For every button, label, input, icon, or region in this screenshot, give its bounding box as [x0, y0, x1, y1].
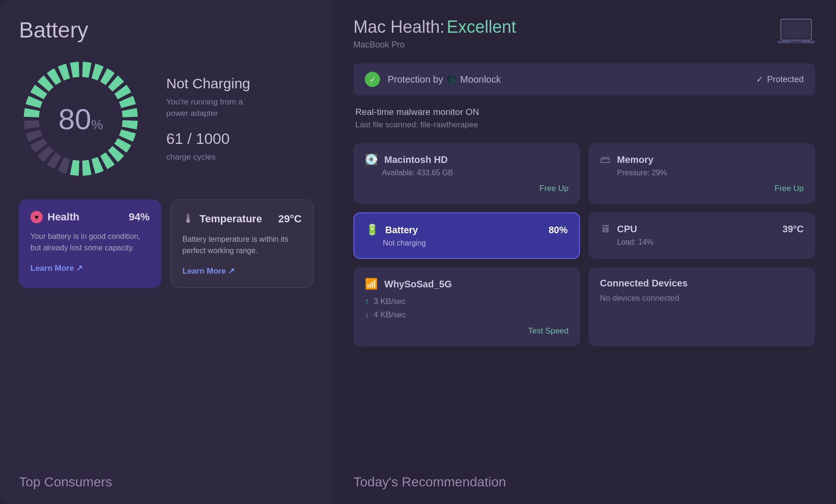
- protection-bar: ✓ Protection by 🌑 Moonlock ✓ Protected: [353, 63, 815, 95]
- protected-badge: ✓ Protected: [756, 74, 804, 85]
- battery-card-sub: Not charging: [383, 239, 568, 247]
- mac-title: Mac Health: Excellent: [353, 17, 516, 37]
- cpu-value: 39°C: [782, 224, 804, 235]
- heart-icon: ♥: [30, 211, 43, 223]
- last-scanned: Last file scanned: file-rawtherapee: [355, 120, 813, 130]
- laptop-icon: [777, 17, 815, 50]
- charge-info: Not Charging You're running from a power…: [166, 76, 261, 162]
- test-speed-button[interactable]: Test Speed: [365, 326, 569, 336]
- disk-card-header: 💽 Macintosh HD: [365, 153, 569, 166]
- health-card-title: Health: [48, 211, 79, 223]
- battery-card-value: 80%: [549, 225, 568, 236]
- charge-status: Not Charging: [166, 76, 261, 92]
- cpu-title: CPU: [617, 224, 776, 235]
- disk-free-up[interactable]: Free Up: [365, 184, 569, 193]
- wifi-devices-grid: 📶 WhySoSad_5G ↑ 3 KB/sec ↓ 4 KB/sec Test…: [353, 267, 815, 346]
- download-value: 4 KB/sec: [374, 310, 406, 320]
- battery-title: Battery: [19, 17, 314, 43]
- battery-icon: 🔋: [366, 224, 379, 236]
- battery-card-title: Battery: [385, 225, 542, 236]
- connected-devices-title: Connected Devices: [600, 278, 804, 289]
- wifi-name: WhySoSad_5G: [384, 279, 452, 290]
- memory-free-up[interactable]: Free Up: [600, 184, 804, 193]
- left-panel: Battery 80% Not Charging You're running …: [0, 0, 332, 504]
- disk-title: Macintosh HD: [384, 154, 569, 165]
- memory-card: 🗃 Memory Pressure: 29% Free Up: [589, 143, 815, 204]
- temp-card-title: Temperature: [200, 213, 262, 225]
- todays-recommendation: Today's Recommendation: [353, 475, 506, 490]
- battery-card-active[interactable]: 🔋 Battery 80% Not charging: [353, 212, 580, 259]
- cpu-card-header: 🖥 CPU 39°C: [600, 223, 804, 235]
- health-card-header: ♥ Health 94%: [30, 211, 150, 223]
- donut-area: 80% Not Charging You're running from a p…: [19, 57, 314, 181]
- memory-sub: Pressure: 29%: [617, 169, 804, 177]
- protection-label: Protection by 🌑 Moonlock: [388, 74, 749, 85]
- wifi-icon: 📶: [365, 278, 378, 290]
- charge-cycles: 61 / 1000: [166, 130, 261, 148]
- wifi-stats: ↑ 3 KB/sec ↓ 4 KB/sec: [365, 297, 569, 320]
- cpu-icon: 🖥: [600, 223, 610, 235]
- battery-percent: 80: [58, 103, 91, 135]
- wifi-card: 📶 WhySoSad_5G ↑ 3 KB/sec ↓ 4 KB/sec Test…: [353, 267, 580, 346]
- upload-value: 3 KB/sec: [374, 297, 406, 306]
- connected-devices-card: Connected Devices No devices connected: [589, 267, 815, 346]
- mac-subtitle: MacBook Pro: [353, 40, 516, 50]
- battery-cpu-grid: 🔋 Battery 80% Not charging 🖥 CPU 39°C Lo…: [353, 212, 815, 259]
- charge-subtitle: You're running from a power adapter: [166, 96, 261, 119]
- battery-donut: 80%: [19, 57, 142, 181]
- disk-icon: 💽: [365, 153, 378, 166]
- mac-title-block: Mac Health: Excellent MacBook Pro: [353, 17, 516, 50]
- temp-card-body: Battery temperature is within its perfec…: [182, 234, 302, 257]
- memory-title: Memory: [617, 154, 804, 165]
- health-title-row: ♥ Health: [30, 211, 79, 223]
- wifi-header: 📶 WhySoSad_5G: [365, 278, 569, 290]
- mac-title-text: Mac Health:: [353, 17, 445, 37]
- cards-row: ♥ Health 94% Your battery is in good con…: [19, 200, 314, 288]
- shield-icon: ✓: [365, 72, 380, 87]
- health-card-body: Your battery is in good condition, but a…: [30, 231, 150, 254]
- charge-cycles-label: charge cycles: [166, 152, 261, 162]
- download-icon: ↓: [365, 310, 369, 320]
- battery-percent-sign: %: [91, 117, 103, 132]
- mac-title-accent: Excellent: [447, 17, 516, 37]
- memory-icon: 🗃: [600, 153, 610, 166]
- memory-card-header: 🗃 Memory: [600, 153, 804, 166]
- wifi-upload: ↑ 3 KB/sec: [365, 297, 569, 306]
- donut-center: 80%: [58, 102, 103, 136]
- protected-label: Protected: [767, 75, 804, 85]
- disk-card: 💽 Macintosh HD Available: 433,65 GB Free…: [353, 143, 580, 204]
- right-panel: Mac Health: Excellent MacBook Pro ✓ Prot…: [332, 0, 836, 504]
- cpu-sub: Load: 14%: [617, 238, 804, 247]
- no-devices-status: No devices connected: [600, 294, 804, 303]
- mac-header: Mac Health: Excellent MacBook Pro: [353, 17, 815, 50]
- svg-rect-3: [790, 41, 802, 43]
- top-consumers-label: Top Consumers: [19, 475, 112, 490]
- temp-card-value: 29°C: [278, 213, 302, 225]
- svg-rect-1: [783, 21, 809, 38]
- check-icon: ✓: [756, 74, 763, 85]
- temp-card: 🌡 Temperature 29°C Battery temperature i…: [171, 200, 314, 288]
- cpu-card: 🖥 CPU 39°C Load: 14%: [589, 212, 815, 259]
- wifi-download: ↓ 4 KB/sec: [365, 310, 569, 320]
- disk-memory-grid: 💽 Macintosh HD Available: 433,65 GB Free…: [353, 143, 815, 204]
- laptop-svg: [777, 17, 815, 48]
- malware-status: Real-time malware monitor ON: [355, 107, 813, 117]
- upload-icon: ↑: [365, 297, 369, 306]
- health-card-value: 94%: [129, 211, 150, 223]
- health-card: ♥ Health 94% Your battery is in good con…: [19, 200, 161, 288]
- battery-card-header: 🔋 Battery 80%: [366, 224, 568, 236]
- temp-card-header: 🌡 Temperature 29°C: [182, 211, 302, 226]
- malware-info: Real-time malware monitor ON Last file s…: [353, 107, 815, 130]
- health-learn-more-link[interactable]: Learn More ↗: [30, 264, 83, 273]
- disk-sub: Available: 433,65 GB: [382, 169, 569, 177]
- temp-title-row: 🌡 Temperature: [182, 211, 262, 226]
- thermometer-icon: 🌡: [182, 211, 195, 226]
- moonlock-icon: 🌑: [446, 74, 460, 85]
- temp-learn-more-link[interactable]: Learn More ↗: [182, 266, 235, 276]
